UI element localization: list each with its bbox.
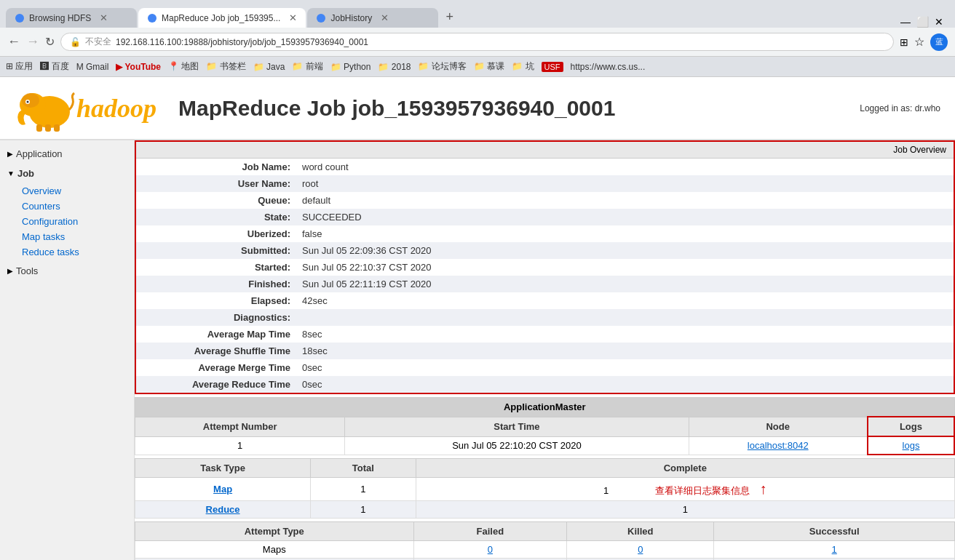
job-field-label: Average Merge Time xyxy=(136,359,296,376)
sidebar-link-counters[interactable]: Counters xyxy=(15,199,134,214)
svg-point-5 xyxy=(22,93,39,108)
svg-rect-9 xyxy=(45,124,51,132)
new-tab-button[interactable]: + xyxy=(438,7,461,28)
col-task-type: Task Type xyxy=(135,459,311,478)
profile-avatar[interactable]: 蓝 xyxy=(930,33,948,51)
job-field-value: 0sec xyxy=(296,359,954,376)
sidebar-application-label: Application xyxy=(16,148,63,159)
job-field-value: default xyxy=(296,192,954,209)
job-info-row: User Name:root xyxy=(136,175,954,192)
job-info-row: Uberized:false xyxy=(136,225,954,242)
tab-close-hdfs[interactable]: ✕ xyxy=(100,12,108,23)
reduce-link[interactable]: Reduce xyxy=(206,504,240,515)
sidebar-application[interactable]: ▶ Application xyxy=(0,144,134,164)
col-complete: Complete xyxy=(416,459,954,478)
col-attempt: Attempt Number xyxy=(135,417,345,436)
job-field-label: Submitted: xyxy=(136,242,296,259)
logs-link[interactable]: logs xyxy=(903,440,920,451)
hadoop-elephant-icon xyxy=(15,84,80,132)
forward-button[interactable]: → xyxy=(26,34,39,49)
reload-button[interactable]: ↻ xyxy=(45,35,55,49)
col-total: Total xyxy=(311,459,416,478)
bookmark-map[interactable]: 📍 地图 xyxy=(168,60,199,73)
sidebar-link-reduce-tasks[interactable]: Reduce tasks xyxy=(15,244,134,260)
tab-mapreduce[interactable]: MapReduce Job job_159395... ✕ xyxy=(138,8,306,28)
maps-attempt-type: Maps xyxy=(135,541,414,559)
tab-jobhistory[interactable]: JobHistory ✕ xyxy=(307,8,438,28)
job-info-row: Queue:default xyxy=(136,192,954,209)
bookmark-frontend[interactable]: 📁 前端 xyxy=(292,60,322,73)
tab-hdfs[interactable]: Browsing HDFS ✕ xyxy=(6,8,137,28)
tab-close-mapreduce[interactable]: ✕ xyxy=(289,12,297,23)
job-field-value: false xyxy=(296,225,954,242)
job-info-row: Average Reduce Time0sec xyxy=(136,376,954,393)
close-button[interactable]: ✕ xyxy=(935,16,943,28)
node-link[interactable]: localhost:8042 xyxy=(748,440,809,451)
maps-failed-link[interactable]: 0 xyxy=(488,544,493,555)
bookmark-usf[interactable]: USF xyxy=(542,62,563,72)
bookmark-mooc[interactable]: 📁 慕课 xyxy=(474,60,504,73)
tab-label-jobhistory: JobHistory xyxy=(330,13,372,23)
job-info-row: Average Map Time8sec xyxy=(136,326,954,343)
job-field-label: Average Shuffle Time xyxy=(136,343,296,359)
sidebar-link-configuration[interactable]: Configuration xyxy=(15,214,134,229)
appmaster-header: ApplicationMaster xyxy=(135,398,955,417)
bookmark-2018[interactable]: 📁 2018 xyxy=(378,62,411,72)
job-info-row: Started:Sun Jul 05 22:10:37 CST 2020 xyxy=(136,259,954,276)
sidebar-link-overview[interactable]: Overview xyxy=(15,183,134,199)
map-task-type: Map xyxy=(135,478,311,501)
bookmark-apps[interactable]: ⊞ 应用 xyxy=(6,60,33,73)
hadoop-brand-text: hadoop xyxy=(76,93,156,124)
job-info-row: Job Name:word count xyxy=(136,159,954,175)
sidebar-job[interactable]: ▼ Job xyxy=(0,164,134,183)
minimize-button[interactable]: — xyxy=(900,16,911,28)
job-info-row: State:SUCCEEDED xyxy=(136,209,954,225)
map-total: 1 xyxy=(311,478,416,501)
bookmark-pit[interactable]: 📁 坑 xyxy=(512,60,534,73)
tab-label-mapreduce: MapReduce Job job_159395... xyxy=(162,13,280,23)
bookmark-youtube[interactable]: ▶ YouTube xyxy=(116,62,161,72)
job-field-value: 42sec xyxy=(296,292,954,309)
job-field-label: Uberized: xyxy=(136,225,296,242)
bookmark-cs[interactable]: https://www.cs.us... xyxy=(571,62,646,72)
logged-in-info: Logged in as: dr.who xyxy=(860,103,940,113)
maps-successful: 1 xyxy=(714,541,955,559)
job-info-row: Average Shuffle Time18sec xyxy=(136,343,954,359)
sidebar-job-label: Job xyxy=(17,168,34,179)
bookmark-baidu[interactable]: 🅱 百度 xyxy=(40,60,68,73)
node-value: localhost:8042 xyxy=(689,436,868,455)
maps-killed: 0 xyxy=(567,541,714,559)
bookmark-java[interactable]: 📁 Java xyxy=(253,62,285,72)
map-link[interactable]: Map xyxy=(213,484,232,495)
sidebar-tools[interactable]: ▶ Tools xyxy=(0,260,134,282)
job-field-label: Average Map Time xyxy=(136,326,296,343)
attempt-number: 1 xyxy=(135,436,345,455)
sidebar-link-map-tasks[interactable]: Map tasks xyxy=(15,229,134,244)
bookmark-python[interactable]: 📁 Python xyxy=(330,62,371,72)
col-start-time: Start Time xyxy=(345,417,689,436)
maps-successful-link[interactable]: 1 xyxy=(832,544,837,555)
col-attempt-type: Attempt Type xyxy=(135,522,414,541)
address-bar[interactable]: 192.168.116.100:19888/jobhistory/job/job… xyxy=(116,37,368,47)
bookmark-icon[interactable]: ☆ xyxy=(914,35,924,49)
hadoop-logo: hadoop xyxy=(15,84,156,132)
application-arrow-icon: ▶ xyxy=(7,150,13,158)
bookmark-gmail[interactable]: M Gmail xyxy=(76,62,109,72)
bookmark-forum[interactable]: 📁 论坛博客 xyxy=(418,60,466,73)
maximize-button[interactable]: ⬜ xyxy=(916,16,929,28)
col-logs: Logs xyxy=(868,417,954,436)
logs-value: logs xyxy=(868,436,954,455)
tab-close-jobhistory[interactable]: ✕ xyxy=(381,12,389,23)
bookmark-bookmarks[interactable]: 📁 书签栏 xyxy=(206,60,245,73)
extensions-icon[interactable]: ⊞ xyxy=(900,36,908,48)
back-button[interactable]: ← xyxy=(7,34,20,49)
svg-rect-8 xyxy=(36,124,42,132)
maps-killed-link[interactable]: 0 xyxy=(638,544,643,555)
job-arrow-icon: ▼ xyxy=(7,169,15,177)
not-secure-label: 不安全 xyxy=(85,36,111,48)
job-info-row: Submitted:Sun Jul 05 22:09:36 CST 2020 xyxy=(136,242,954,259)
job-field-label: Average Reduce Time xyxy=(136,376,296,393)
svg-point-2 xyxy=(317,14,325,23)
job-field-value: Sun Jul 05 22:10:37 CST 2020 xyxy=(296,259,954,276)
secure-icon: 🔓 xyxy=(70,37,81,47)
